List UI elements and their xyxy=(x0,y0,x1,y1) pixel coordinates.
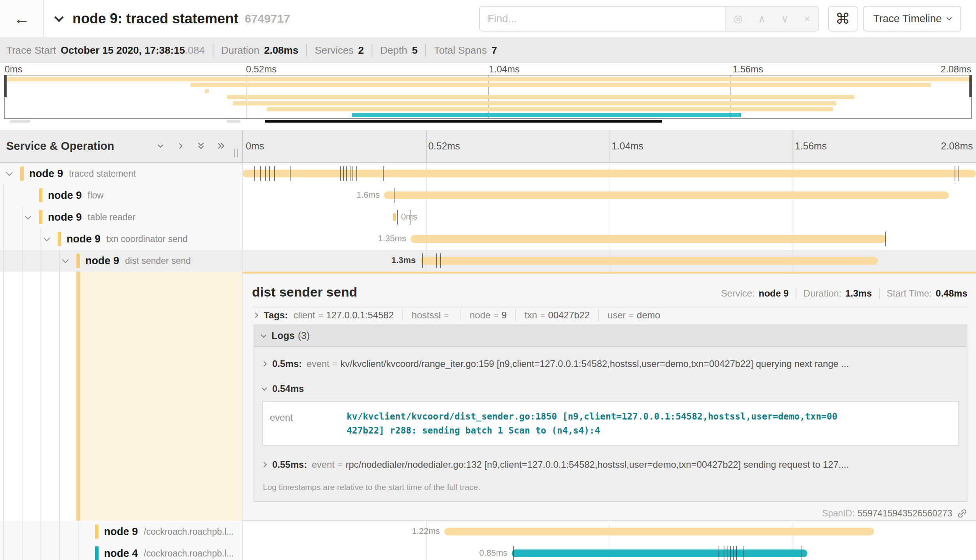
collapse-chevron-icon[interactable] xyxy=(25,213,32,219)
span-bar[interactable] xyxy=(410,235,886,243)
span-bar[interactable] xyxy=(393,213,396,221)
ruler-tick-2: 1.04ms xyxy=(611,140,643,152)
span-row-flow[interactable]: node 9 flow 1.6ms xyxy=(0,184,976,206)
span-detail-indent xyxy=(0,272,243,521)
minimap-span-bar xyxy=(267,107,833,111)
trace-start-value: October 15 2020, 17:38:15 xyxy=(61,44,185,56)
span-name-cell[interactable]: node 4 /cockroach.roachpb.l... xyxy=(0,542,243,560)
focus-match-icon[interactable]: ◎ xyxy=(734,13,743,25)
span-duration-label: 1.22ms xyxy=(412,526,440,536)
span-row-roachpb-node9[interactable]: node 9 /cockroach.roachpb.l... 1.22ms xyxy=(0,521,976,542)
ruler-tick-0: 0ms xyxy=(246,140,264,152)
span-name-cell[interactable]: node 9 traced statement xyxy=(0,163,243,184)
span-row-roachpb-node4[interactable]: node 4 /cockroach.roachpb.l... 0.85ms xyxy=(0,542,976,560)
viewport-indicator-bar[interactable] xyxy=(265,120,662,123)
trace-timeline-page: ← node 9: traced statement 6749717 ◎ ∧ ∨… xyxy=(0,0,976,560)
log-entry-collapsed[interactable]: 0.5ms: event = kv/kvclient/kvcoord/range… xyxy=(262,350,959,378)
span-detail-indent-fill xyxy=(80,272,242,521)
span-name-cell[interactable]: node 9 /cockroach.roachpb.l... xyxy=(0,521,243,542)
log-collapse-chevron-icon xyxy=(262,385,267,391)
keyboard-shortcuts-button[interactable]: ⌘ xyxy=(828,6,858,32)
span-id-value: 5597415943526560273 xyxy=(858,508,952,519)
next-match-icon[interactable]: ∨ xyxy=(781,13,789,25)
span-bar[interactable] xyxy=(243,170,976,177)
copy-link-icon[interactable] xyxy=(957,508,967,519)
tags-expand-chevron-icon[interactable] xyxy=(253,312,258,318)
log-event-detail: event kv/kvclient/kvcoord/dist_sender.go… xyxy=(262,401,959,446)
minimap-tick-2: 1.04ms xyxy=(489,64,520,75)
trace-collapse-chevron-icon[interactable] xyxy=(54,12,63,22)
span-bar-cell[interactable] xyxy=(243,163,976,184)
logs-header[interactable]: Logs (3) xyxy=(254,325,967,347)
view-selector-button[interactable]: Trace Timeline xyxy=(863,6,961,32)
span-bar[interactable] xyxy=(444,528,874,535)
trace-id: 6749717 xyxy=(245,12,290,25)
span-color-strip xyxy=(76,272,80,521)
duration-meta-label: Duration: xyxy=(803,288,841,299)
span-bar-cell[interactable]: 0.85ms xyxy=(243,542,976,560)
log-value: kv/kvclient/kvcoord/range_iter.go:159 [n… xyxy=(340,358,849,369)
minimap-tick-4: 2.08ms xyxy=(941,64,971,75)
trace-summary-bar: Trace Start October 15 2020, 17:38:15.08… xyxy=(0,37,976,63)
span-bar[interactable] xyxy=(512,549,807,557)
find-input[interactable] xyxy=(480,7,725,31)
tags-row[interactable]: Tags: client=127.0.0.1:54582 hostssl= no… xyxy=(243,307,976,321)
ruler-tick-3: 1.56ms xyxy=(795,140,827,152)
prev-match-icon[interactable]: ∧ xyxy=(758,13,766,25)
span-bar-cell[interactable]: 1.3ms xyxy=(243,250,976,272)
timeline-header-row: Service & Operation 0ms 0.52ms 1.04ms 1.… xyxy=(0,130,976,163)
span-bar[interactable] xyxy=(384,191,949,199)
service-color-chip xyxy=(39,188,42,202)
service-color-chip xyxy=(95,546,99,560)
span-bar-cell[interactable]: 1.35ms xyxy=(243,228,976,250)
span-name-cell[interactable]: node 9 dist sender send xyxy=(0,250,243,272)
back-button[interactable]: ← xyxy=(0,0,44,37)
span-row-traced-statement[interactable]: node 9 traced statement xyxy=(0,163,976,184)
log-expand-chevron-icon xyxy=(262,361,267,367)
minimap-canvas[interactable] xyxy=(4,75,972,119)
expand-one-icon[interactable] xyxy=(176,141,186,151)
services-label: Services xyxy=(315,44,354,56)
scrollbar-mark xyxy=(227,120,240,123)
log-entry-expanded-header[interactable]: 0.54ms xyxy=(262,378,959,400)
range-scrubber-left-handle[interactable] xyxy=(4,75,7,97)
service-color-chip xyxy=(76,254,80,268)
range-scrubber-right-handle[interactable] xyxy=(969,75,972,97)
collapse-all-icon[interactable] xyxy=(196,141,206,151)
service-color-chip xyxy=(39,210,42,224)
start-time-meta-value: 0.48ms xyxy=(936,288,967,299)
span-row-dist-sender-send[interactable]: node 9 dist sender send 1.3ms xyxy=(0,250,976,272)
collapse-one-icon[interactable] xyxy=(155,141,166,151)
service-name: node 9 xyxy=(48,190,82,202)
column-resize-handle[interactable] xyxy=(234,149,238,157)
depth-value: 5 xyxy=(412,44,418,56)
tag-txn: txn=00427b22 xyxy=(525,310,590,321)
ruler-tick-1: 0.52ms xyxy=(428,140,460,152)
minimap-span-bar xyxy=(352,113,741,117)
span-row-txn-coordinator-send[interactable]: node 9 txn coordinator send 1.35ms xyxy=(0,228,976,250)
span-bar-cell[interactable]: 0ms xyxy=(243,206,976,228)
operation-name: table reader xyxy=(88,212,136,223)
span-bar[interactable] xyxy=(420,257,878,265)
span-name-cell[interactable]: node 9 flow xyxy=(0,184,243,206)
collapse-chevron-icon[interactable] xyxy=(6,169,13,176)
command-icon: ⌘ xyxy=(835,10,850,27)
services-value: 2 xyxy=(358,44,364,56)
service-meta-label: Service: xyxy=(721,288,755,299)
timeline-ruler: 0ms 0.52ms 1.04ms 1.56ms 2.08ms xyxy=(243,130,976,162)
span-name-cell[interactable]: node 9 txn coordinator send xyxy=(0,228,243,250)
log-timestamp: 0.5ms: xyxy=(272,358,302,369)
total-spans-label: Total Spans xyxy=(434,44,487,56)
span-name-cell[interactable]: node 9 table reader xyxy=(0,206,243,228)
span-bar-cell[interactable]: 1.6ms xyxy=(243,184,976,206)
collapse-chevron-icon[interactable] xyxy=(62,256,69,263)
collapse-chevron-icon[interactable] xyxy=(44,235,50,241)
clear-find-icon[interactable]: × xyxy=(804,13,810,25)
span-row-table-reader[interactable]: node 9 table reader 0ms xyxy=(0,206,976,228)
span-detail-header: dist sender send Service: node 9 Duratio… xyxy=(243,274,976,307)
span-bar-cell[interactable]: 1.22ms xyxy=(243,521,976,542)
log-entry-collapsed[interactable]: 0.55ms: event = rpc/nodedialer/nodediale… xyxy=(262,451,959,479)
expand-all-icon[interactable] xyxy=(216,141,226,151)
minimap-scrollbar[interactable] xyxy=(4,120,972,123)
minimap-span-bar xyxy=(190,83,931,87)
